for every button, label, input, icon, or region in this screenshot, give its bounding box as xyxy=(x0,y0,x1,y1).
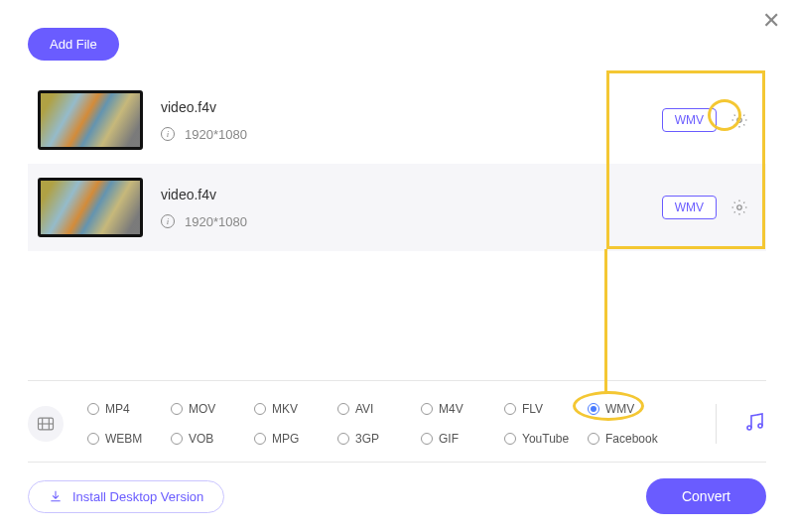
format-label: MP4 xyxy=(105,402,130,416)
format-label: MKV xyxy=(272,402,298,416)
convert-button[interactable]: Convert xyxy=(646,478,766,514)
format-option-mov[interactable]: MOV xyxy=(171,397,254,421)
format-option-wmv[interactable]: WMV xyxy=(588,397,671,421)
radio-icon xyxy=(337,433,349,445)
file-row: video.f4v i 1920*1080 WMV xyxy=(28,76,766,164)
format-option-gif[interactable]: GIF xyxy=(421,427,504,451)
video-thumbnail[interactable] xyxy=(38,90,143,150)
video-thumbnail[interactable] xyxy=(38,178,143,237)
radio-icon xyxy=(171,433,183,445)
file-info: video.f4v i 1920*1080 xyxy=(161,99,662,142)
add-file-button[interactable]: Add File xyxy=(28,28,119,61)
format-label: WEBM xyxy=(105,432,142,446)
file-resolution: 1920*1080 xyxy=(185,127,247,142)
format-option-mpg[interactable]: MPG xyxy=(254,427,337,451)
format-label: M4V xyxy=(439,402,463,416)
format-option-m4v[interactable]: M4V xyxy=(421,397,504,421)
gear-icon[interactable] xyxy=(730,199,748,216)
svg-point-7 xyxy=(758,424,762,428)
radio-icon xyxy=(421,403,433,415)
audio-mode-icon[interactable] xyxy=(742,410,766,438)
radio-icon xyxy=(171,403,183,415)
radio-icon xyxy=(337,403,349,415)
format-badge[interactable]: WMV xyxy=(662,196,717,219)
format-label: FLV xyxy=(522,402,543,416)
format-label: VOB xyxy=(189,432,213,446)
install-desktop-button[interactable]: Install Desktop Version xyxy=(28,480,224,513)
radio-icon xyxy=(588,403,599,415)
radio-icon xyxy=(87,403,99,415)
radio-icon xyxy=(504,433,516,445)
file-info: video.f4v i 1920*1080 xyxy=(161,187,662,229)
format-label: MPG xyxy=(272,432,299,446)
format-label: GIF xyxy=(439,432,459,446)
format-label: AVI xyxy=(355,402,373,416)
file-row: video.f4v i 1920*1080 WMV xyxy=(28,164,766,251)
format-option-facebook[interactable]: Facebook xyxy=(588,427,671,451)
format-option-mkv[interactable]: MKV xyxy=(254,397,337,421)
format-label: Facebook xyxy=(605,432,658,446)
format-option-3gp[interactable]: 3GP xyxy=(337,427,421,451)
format-label: WMV xyxy=(605,402,634,416)
divider xyxy=(716,404,717,444)
format-label: 3GP xyxy=(355,432,379,446)
format-option-mp4[interactable]: MP4 xyxy=(87,397,171,421)
file-name: video.f4v xyxy=(161,187,662,202)
format-badge[interactable]: WMV xyxy=(662,108,717,132)
install-label: Install Desktop Version xyxy=(72,489,203,504)
file-name: video.f4v xyxy=(161,99,662,115)
radio-icon xyxy=(504,403,516,415)
file-list: video.f4v i 1920*1080 WMV video.f4v i 19… xyxy=(28,76,766,251)
radio-icon xyxy=(87,433,99,445)
info-icon[interactable]: i xyxy=(161,127,175,141)
video-mode-icon[interactable] xyxy=(28,406,64,442)
format-option-webm[interactable]: WEBM xyxy=(87,427,171,451)
radio-icon xyxy=(421,433,433,445)
close-icon[interactable]: ✕ xyxy=(762,8,780,34)
radio-icon xyxy=(254,403,266,415)
radio-icon xyxy=(254,433,266,445)
svg-point-1 xyxy=(737,205,742,210)
annotation-line xyxy=(604,249,607,392)
format-bar: MP4MOVMKVAVIM4VFLVWMVWEBMVOBMPG3GPGIFYou… xyxy=(28,380,766,451)
format-option-avi[interactable]: AVI xyxy=(337,397,421,421)
file-resolution: 1920*1080 xyxy=(185,214,247,229)
gear-icon[interactable] xyxy=(730,111,748,129)
footer: Install Desktop Version Convert xyxy=(28,462,766,514)
format-option-vob[interactable]: VOB xyxy=(171,427,254,451)
info-icon[interactable]: i xyxy=(161,214,175,228)
svg-point-0 xyxy=(737,118,742,123)
format-label: YouTube xyxy=(522,432,569,446)
svg-point-6 xyxy=(747,426,751,430)
format-option-flv[interactable]: FLV xyxy=(504,397,588,421)
format-label: MOV xyxy=(189,402,215,416)
radio-icon xyxy=(588,433,599,445)
format-option-youtube[interactable]: YouTube xyxy=(504,427,588,451)
